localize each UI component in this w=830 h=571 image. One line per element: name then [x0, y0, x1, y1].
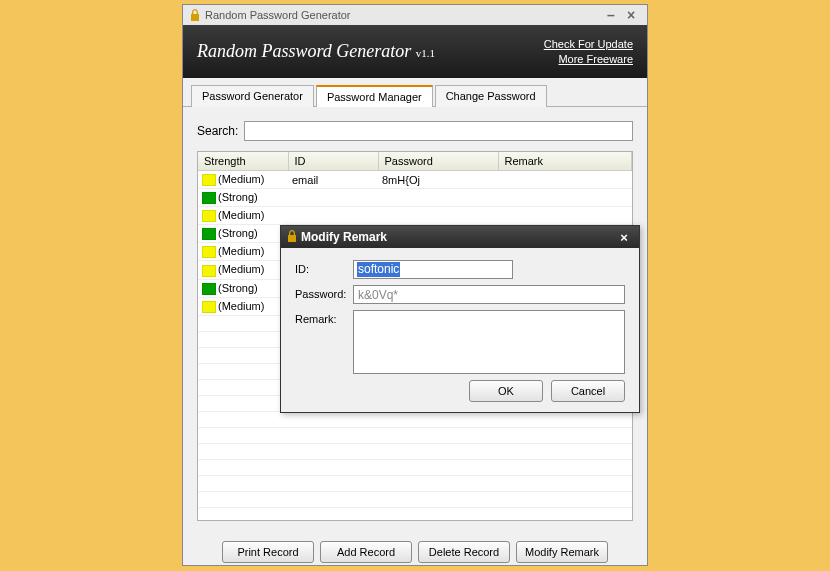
modify-remark-button[interactable]: Modify Remark [516, 541, 608, 563]
table-row[interactable] [198, 459, 632, 475]
lock-icon [287, 230, 297, 245]
cell-password: 8mH{Oj [378, 171, 498, 189]
minimize-button[interactable]: – [601, 7, 621, 23]
close-button[interactable]: × [621, 7, 641, 23]
strength-swatch [202, 246, 216, 258]
cell-id [288, 207, 378, 225]
cell-remark [498, 207, 632, 225]
dialog-password-label: Password: [295, 285, 353, 300]
dialog-remark-label: Remark: [295, 310, 353, 325]
table-row[interactable] [198, 427, 632, 443]
table-row[interactable] [198, 443, 632, 459]
strength-text: (Strong) [218, 227, 258, 239]
strength-text: (Medium) [218, 263, 264, 275]
search-input[interactable] [244, 121, 633, 141]
modify-remark-dialog: Modify Remark × ID: softonic Password: R… [280, 225, 640, 413]
dialog-id-selection: softonic [357, 262, 400, 277]
titlebar[interactable]: Random Password Generator – × [183, 5, 647, 25]
cell-id [288, 189, 378, 207]
col-id[interactable]: ID [288, 152, 378, 171]
window-title: Random Password Generator [205, 9, 601, 21]
strength-text: (Medium) [218, 245, 264, 257]
table-row[interactable]: (Medium)email8mH{Oj [198, 171, 632, 189]
strength-swatch [202, 174, 216, 186]
print-record-button[interactable]: Print Record [222, 541, 314, 563]
cell-password [378, 189, 498, 207]
lock-icon [189, 9, 201, 21]
col-remark[interactable]: Remark [498, 152, 632, 171]
cell-remark [498, 189, 632, 207]
app-header: Random Password Generator v1.1 Check For… [183, 25, 647, 78]
strength-swatch [202, 210, 216, 222]
dialog-remark-input[interactable] [353, 310, 625, 374]
strength-text: (Strong) [218, 282, 258, 294]
footer-buttons: Print Record Add Record Delete Record Mo… [183, 531, 647, 571]
strength-swatch [202, 283, 216, 295]
table-row[interactable]: (Medium) [198, 207, 632, 225]
strength-swatch [202, 301, 216, 313]
strength-swatch [202, 228, 216, 240]
col-password[interactable]: Password [378, 152, 498, 171]
dialog-close-button[interactable]: × [615, 229, 633, 245]
dialog-ok-button[interactable]: OK [469, 380, 543, 402]
table-row[interactable] [198, 411, 632, 427]
search-label: Search: [197, 124, 238, 138]
strength-text: (Medium) [218, 209, 264, 221]
strength-text: (Medium) [218, 300, 264, 312]
tab-password-manager[interactable]: Password Manager [316, 85, 433, 107]
dialog-title: Modify Remark [301, 230, 615, 244]
table-row[interactable]: (Strong) [198, 189, 632, 207]
cell-id: email [288, 171, 378, 189]
tab-password-generator[interactable]: Password Generator [191, 85, 314, 107]
add-record-button[interactable]: Add Record [320, 541, 412, 563]
delete-record-button[interactable]: Delete Record [418, 541, 510, 563]
link-check-update[interactable]: Check For Update [544, 37, 633, 52]
strength-swatch [202, 192, 216, 204]
dialog-titlebar[interactable]: Modify Remark × [281, 226, 639, 248]
dialog-id-label: ID: [295, 260, 353, 275]
tab-change-password[interactable]: Change Password [435, 85, 547, 107]
cell-password [378, 207, 498, 225]
link-more-freeware[interactable]: More Freeware [544, 52, 633, 67]
table-row[interactable] [198, 475, 632, 491]
strength-text: (Strong) [218, 191, 258, 203]
cell-remark [498, 171, 632, 189]
app-title: Random Password Generator v1.1 [197, 41, 544, 62]
dialog-cancel-button[interactable]: Cancel [551, 380, 625, 402]
col-strength[interactable]: Strength [198, 152, 288, 171]
tabstrip: Password Generator Password Manager Chan… [183, 78, 647, 107]
strength-swatch [202, 265, 216, 277]
app-version: v1.1 [416, 47, 435, 59]
app-title-text: Random Password Generator [197, 41, 411, 61]
dialog-password-input [353, 285, 625, 304]
strength-text: (Medium) [218, 173, 264, 185]
table-row[interactable] [198, 491, 632, 507]
